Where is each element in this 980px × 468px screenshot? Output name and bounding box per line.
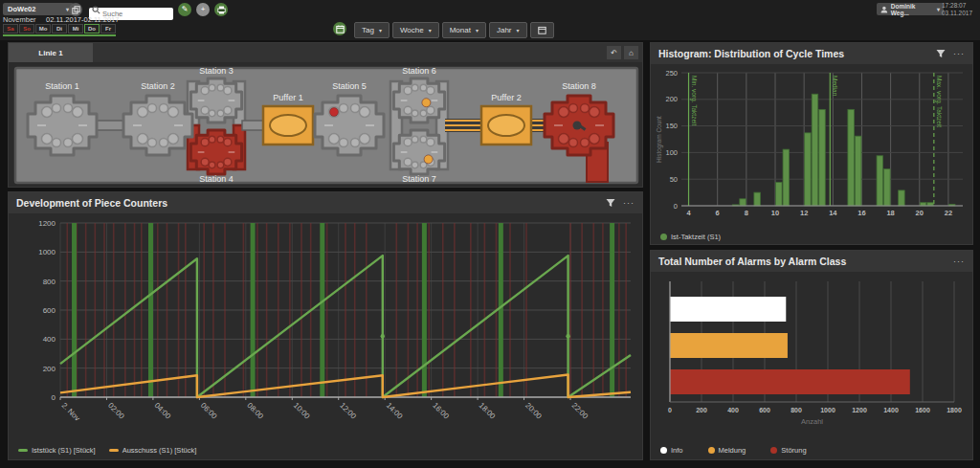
svg-text:400: 400 [43, 335, 56, 344]
svg-text:Station 4: Station 4 [199, 174, 234, 184]
svg-text:1800: 1800 [947, 407, 962, 413]
period-button-woche[interactable]: Woche▾ [392, 22, 439, 38]
tab-linie-1[interactable]: Linie 1 [9, 43, 93, 62]
svg-text:Station 8: Station 8 [562, 81, 596, 91]
svg-text:0: 0 [52, 393, 56, 402]
menu-icon[interactable]: ··· [953, 49, 965, 58]
svg-text:600: 600 [759, 407, 770, 413]
alarms-panel: Total Number of Alarms by Alarm Class ··… [650, 250, 973, 460]
svg-text:1200: 1200 [38, 219, 56, 228]
histogram-legend: Ist-Taktzeit (S1) [651, 227, 972, 244]
svg-text:04:00: 04:00 [152, 401, 172, 421]
chevron-down-icon: ▾ [517, 27, 520, 33]
user-menu[interactable]: Dominik Weg... ▾ [877, 3, 944, 15]
svg-text:4: 4 [686, 209, 691, 217]
dataset-select[interactable]: DoWe02 ▾ [3, 3, 74, 15]
alarms-header: Total Number of Alarms by Alarm Class ··… [651, 251, 972, 272]
period-selector: Tag▾Woche▾Monat▾Jahr▾ [354, 22, 554, 38]
svg-text:1000: 1000 [820, 407, 835, 413]
svg-text:Station 5: Station 5 [332, 81, 367, 91]
period-button-monat[interactable]: Monat▾ [442, 22, 486, 38]
legend-item-istst-ck-s1-st-ck-[interactable]: Iststück (S1) [Stück] [18, 446, 96, 455]
svg-text:Station 6: Station 6 [402, 66, 436, 76]
svg-text:0: 0 [668, 407, 672, 413]
period-button-tag[interactable]: Tag▾ [354, 22, 390, 38]
clock-date: 03.11.2017 [942, 10, 972, 17]
legend-item-st-rung[interactable]: Störung [770, 446, 806, 455]
svg-text:Station 1: Station 1 [45, 81, 79, 91]
weekday-selector: SaSoMoDiMiDoFr [3, 24, 116, 36]
calendar-apply-button[interactable] [333, 22, 346, 35]
edit-button[interactable]: ✎ [178, 3, 191, 16]
month-label: November [3, 15, 36, 24]
filter-icon[interactable] [936, 49, 946, 58]
piece-chart-body: 0200400600800100012002. Nov02:0004:0006:… [9, 213, 642, 440]
printer-icon [217, 6, 226, 14]
period-button-jahr[interactable]: Jahr▾ [489, 22, 527, 38]
panel-title: Total Number of Alarms by Alarm Class [658, 256, 846, 267]
chevron-down-icon: ▾ [937, 6, 940, 12]
svg-text:100: 100 [665, 148, 678, 157]
period-label: Tag [362, 26, 374, 34]
day-button-fr[interactable]: Fr [100, 24, 116, 33]
legend-item-info[interactable]: Info [660, 446, 683, 455]
panel-title: Development of Piece Counters [16, 197, 167, 209]
panel-title: Histogram: Distribution of Cycle Times [658, 48, 844, 59]
day-button-di[interactable]: Di [52, 24, 67, 33]
svg-text:400: 400 [727, 407, 739, 413]
svg-text:1000: 1000 [38, 248, 56, 256]
alarms-bar-chart: 020040060080010001200140016001800Anzahl [655, 274, 969, 436]
svg-text:Puffer 2: Puffer 2 [491, 93, 521, 102]
period-calendar-button[interactable] [530, 22, 554, 38]
day-button-sa[interactable]: Sa [3, 24, 18, 33]
print-button[interactable] [214, 3, 228, 16]
line-diagram-body: Station 1Station 2Station 3Station 4Puff… [9, 62, 642, 192]
user-icon [880, 6, 888, 13]
svg-text:800: 800 [43, 278, 56, 286]
piece-counters-header: Development of Piece Counters ··· [9, 192, 642, 213]
svg-text:Station 3: Station 3 [199, 66, 234, 76]
period-label: Woche [400, 26, 424, 34]
day-button-mi[interactable]: Mi [68, 24, 83, 33]
dataset-select-value: DoWe02 [8, 5, 35, 13]
day-button-so[interactable]: So [19, 24, 34, 33]
svg-text:1200: 1200 [852, 407, 867, 413]
search-field [89, 3, 173, 15]
svg-text:16: 16 [858, 209, 865, 217]
pencil-icon: ✎ [182, 6, 189, 13]
filter-icon[interactable] [606, 198, 615, 208]
svg-text:18:00: 18:00 [478, 401, 498, 421]
legend-marker [770, 447, 777, 454]
svg-text:02:00: 02:00 [106, 401, 126, 421]
legend-item-ist-taktzeit-s1-[interactable]: Ist-Taktzeit (S1) [660, 233, 721, 241]
legend-marker [18, 449, 28, 452]
legend-label: Iststück (S1) [Stück] [32, 446, 96, 455]
menu-icon[interactable]: ··· [953, 256, 965, 266]
day-button-do[interactable]: Do [84, 24, 100, 33]
svg-text:150: 150 [665, 122, 678, 130]
svg-text:1600: 1600 [915, 407, 930, 413]
add-button[interactable]: + [196, 3, 210, 16]
day-button-mo[interactable]: Mo [35, 24, 51, 33]
legend-label: Störung [781, 446, 806, 455]
svg-text:200: 200 [43, 365, 56, 373]
svg-text:12: 12 [800, 209, 808, 217]
menu-icon[interactable]: ··· [623, 198, 635, 208]
chevron-down-icon: ▾ [476, 27, 479, 33]
home-button[interactable]: ⌂ [624, 46, 638, 59]
legend-item-ausschuss-s1-st-ck-[interactable]: Ausschuss (S1) [Stück] [109, 446, 197, 455]
legend-marker [660, 234, 667, 240]
back-button[interactable]: ↶ [607, 46, 621, 59]
legend-item-meldung[interactable]: Meldung [708, 446, 746, 455]
copy-button[interactable] [69, 3, 82, 16]
chevron-down-icon: ▾ [429, 27, 432, 33]
svg-text:08:00: 08:00 [245, 401, 265, 421]
svg-text:10: 10 [771, 209, 779, 217]
cycle-time-histogram: Min. vorg. TaktzeitMedianMax. vorg. Takt… [655, 66, 969, 223]
calendar-icon [538, 26, 546, 34]
svg-text:16:00: 16:00 [431, 401, 451, 421]
svg-text:Max. vorg. Taktzeit: Max. vorg. Taktzeit [935, 76, 943, 127]
svg-text:200: 200 [696, 407, 707, 413]
histogram-panel: Histogram: Distribution of Cycle Times ·… [650, 42, 973, 245]
legend-label: Meldung [719, 446, 746, 455]
